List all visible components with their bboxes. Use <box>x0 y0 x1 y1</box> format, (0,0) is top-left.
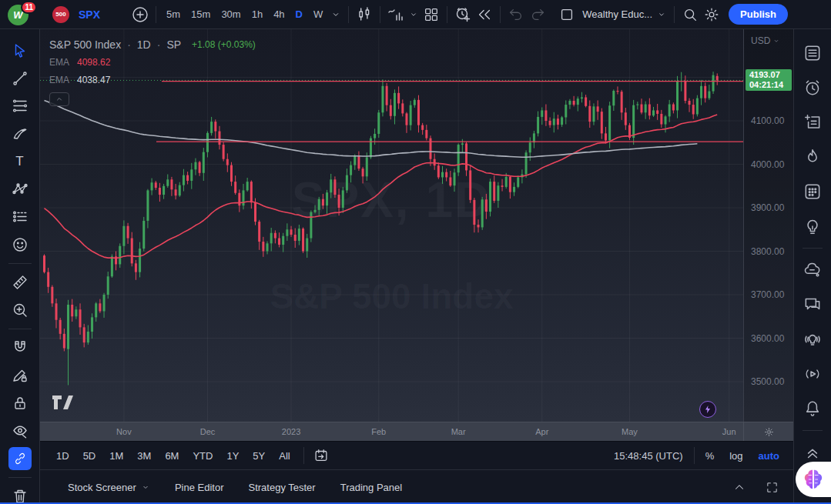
drawing-toolbar: T <box>0 29 40 504</box>
auto-scale-button[interactable]: auto <box>752 450 786 462</box>
calendar-dots-icon[interactable] <box>798 177 827 206</box>
fullscreen-icon[interactable] <box>761 476 782 498</box>
layout-chevron-down-icon[interactable] <box>654 4 669 25</box>
minds-cloud-icon[interactable] <box>798 255 827 285</box>
projection-tool-icon[interactable] <box>6 203 34 231</box>
fib-retracement-tool-icon[interactable] <box>6 92 34 120</box>
legend-symbol-row[interactable]: S&P 500 Index · 1D · SP +1.08 (+0.03%) <box>49 38 256 51</box>
alert-plus-icon[interactable] <box>452 4 474 25</box>
xabcd-pattern-tool-icon[interactable] <box>6 175 34 203</box>
notes-plus-icon[interactable] <box>798 108 827 137</box>
search-icon[interactable] <box>679 4 701 25</box>
magnet-tool-icon[interactable] <box>6 334 34 362</box>
timeframe-30m[interactable]: 30m <box>216 5 246 25</box>
trading-panel-tab[interactable]: Trading Panel <box>328 476 414 499</box>
remove-drawings-trash-icon[interactable] <box>6 482 34 504</box>
legend-collapse-button[interactable] <box>49 92 69 106</box>
lock-all-drawings-icon[interactable] <box>6 389 34 417</box>
timeframe-4h[interactable]: 4h <box>268 5 290 25</box>
price-axis[interactable]: USD 4200.004100.004000.003900.003800.003… <box>743 29 793 422</box>
range-all[interactable]: All <box>272 446 297 465</box>
indicators-icon[interactable] <box>385 4 407 25</box>
emoji-tool-icon[interactable] <box>6 231 34 259</box>
ruler-tool-icon[interactable] <box>6 269 34 296</box>
timeframe-chevron-down-icon[interactable] <box>328 4 343 25</box>
price-axis-label: 3500.00 <box>751 376 784 387</box>
pine-editor-tab[interactable]: Pine Editor <box>163 476 236 499</box>
scale-settings-gear-icon[interactable] <box>743 422 793 442</box>
range-5y[interactable]: 5Y <box>246 446 272 465</box>
price-axis-label: 3600.00 <box>751 333 784 344</box>
streams-play-icon[interactable] <box>798 359 827 389</box>
currency-selector[interactable]: USD <box>751 35 780 46</box>
publish-button[interactable]: Publish <box>729 4 788 25</box>
replay-icon[interactable] <box>474 4 495 25</box>
time-axis-label: May <box>622 427 638 436</box>
sync-drawings-link-icon[interactable] <box>8 447 32 470</box>
watchlist-icon[interactable] <box>798 38 827 68</box>
timeframe-15m[interactable]: 15m <box>186 5 216 25</box>
brush-tool-icon[interactable] <box>6 120 34 148</box>
time-axis-label: 2023 <box>282 427 300 436</box>
hotlists-flame-icon[interactable] <box>798 142 827 172</box>
candle-style-icon[interactable] <box>354 4 375 25</box>
ema-fast-value: 4098.62 <box>77 57 110 68</box>
range-1d[interactable]: 1D <box>49 446 76 465</box>
timeframe-group: 5m 15m 30m 1h 4h D W <box>161 4 343 25</box>
ai-assistant-brain-icon[interactable] <box>796 462 831 497</box>
symbol-search-plus-icon[interactable] <box>129 4 151 25</box>
redo-icon[interactable] <box>527 4 548 25</box>
chat-icon[interactable] <box>798 290 827 319</box>
range-3m[interactable]: 3M <box>130 446 158 465</box>
stock-screener-tab[interactable]: Stock Screener <box>55 476 163 499</box>
zoom-in-tool-icon[interactable] <box>6 296 34 324</box>
server-clock[interactable]: 15:48:45 (UTC) <box>614 450 689 462</box>
alerts-clock-icon[interactable] <box>798 73 827 102</box>
layout-box-icon[interactable] <box>556 4 578 25</box>
tradingview-logo[interactable] <box>52 396 75 409</box>
range-ytd[interactable]: YTD <box>186 446 219 465</box>
log-scale-button[interactable]: log <box>723 450 749 462</box>
user-avatar[interactable]: W 11 <box>8 3 34 26</box>
time-axis[interactable]: NovDec2023FebMarAprMayJun <box>40 422 793 441</box>
percent-scale-button[interactable]: % <box>699 450 721 462</box>
ideas-bulb-icon[interactable] <box>798 212 827 241</box>
divider <box>8 477 32 478</box>
range-5d[interactable]: 5D <box>76 446 103 465</box>
go-to-date-icon[interactable] <box>310 445 332 466</box>
range-6m[interactable]: 6M <box>158 446 186 465</box>
legend-ema-fast-row[interactable]: EMA 4098.62 <box>49 56 256 68</box>
layout-name[interactable]: Wealthy Educ... <box>582 8 652 20</box>
range-1y[interactable]: 1Y <box>219 446 246 465</box>
timeframe-5m[interactable]: 5m <box>161 5 186 25</box>
timeframe-1h[interactable]: 1h <box>246 5 268 25</box>
sp500-badge-icon: 500 <box>52 6 69 23</box>
notification-count-badge: 11 <box>21 1 37 14</box>
legend-ema-slow-row[interactable]: EMA 4038.47 <box>49 74 256 86</box>
range-1m[interactable]: 1M <box>102 446 130 465</box>
legend-timeframe: 1D <box>137 38 151 51</box>
divider <box>303 447 304 464</box>
indicators-chevron-down-icon[interactable] <box>407 4 421 25</box>
cursor-tool-icon[interactable] <box>6 37 34 65</box>
legend-change: +1.08 (+0.03%) <box>192 39 256 50</box>
legend-exchange: SP <box>166 38 181 51</box>
range-toolbar: 1D 5D 1M 3M 6M YTD 1Y 5Y All 15:48:45 (U… <box>40 441 793 469</box>
trend-line-tool-icon[interactable] <box>6 65 34 92</box>
timeframe-1w[interactable]: W <box>308 5 328 25</box>
hide-drawings-eye-icon[interactable] <box>6 417 34 445</box>
layout-grid-icon[interactable] <box>421 4 442 25</box>
notifications-bell-icon[interactable] <box>798 394 827 423</box>
settings-gear-icon[interactable] <box>701 4 722 25</box>
symbol-name[interactable]: SPX <box>79 8 100 21</box>
drawing-mode-lock-icon[interactable] <box>6 362 34 389</box>
expand-panel-chevron-icon[interactable] <box>729 476 750 498</box>
text-tool-icon[interactable]: T <box>6 148 34 175</box>
strategy-tester-tab[interactable]: Strategy Tester <box>236 476 327 499</box>
divider <box>694 447 695 464</box>
broadcast-bulb-icon[interactable] <box>798 325 827 354</box>
timeframe-1d[interactable]: D <box>290 5 308 25</box>
bar-countdown: 04:21:14 <box>749 80 792 90</box>
lightning-icon[interactable] <box>699 401 716 418</box>
undo-icon[interactable] <box>505 4 527 25</box>
